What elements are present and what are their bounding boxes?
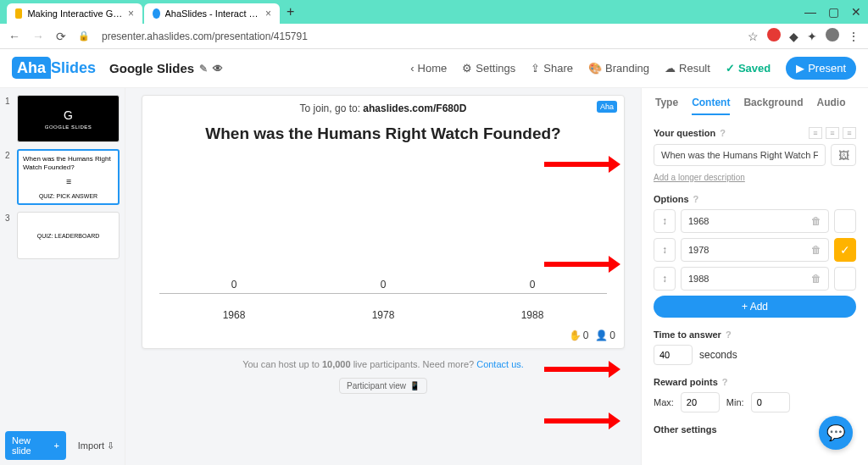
correct-toggle[interactable] bbox=[834, 267, 856, 291]
browser-tab-1[interactable]: Making Interactive Google Slides × bbox=[7, 3, 142, 24]
options-label: Options? bbox=[654, 194, 856, 204]
close-icon[interactable]: × bbox=[128, 8, 134, 19]
annotation-arrow bbox=[544, 256, 620, 273]
slide-thumbnail-3[interactable]: QUIZ: LEADERBOARD bbox=[17, 212, 120, 259]
slide-list: 1 G GOOGLE SLIDES 2 When was the Humans … bbox=[0, 88, 125, 465]
help-icon[interactable]: ? bbox=[720, 128, 726, 138]
align-right-icon[interactable]: ≡ bbox=[843, 127, 856, 139]
correct-toggle[interactable] bbox=[834, 209, 856, 233]
reward-label: Reward points? bbox=[654, 377, 856, 387]
browser-tab-2[interactable]: AhaSlides - Interact with your au × bbox=[144, 3, 280, 24]
help-icon[interactable]: ? bbox=[722, 377, 728, 387]
slide-thumbnail-2[interactable]: When was the Humans Right Watch Founded?… bbox=[17, 149, 120, 205]
lock-icon: 🔒 bbox=[78, 30, 90, 42]
eye-icon[interactable]: 👁 bbox=[213, 63, 223, 75]
raised-hands-count: ✋0 bbox=[569, 329, 589, 341]
drag-handle-icon[interactable]: ↕ bbox=[654, 238, 676, 262]
thumb-number: 3 bbox=[5, 212, 14, 259]
image-icon: 🖼 bbox=[838, 149, 849, 162]
new-slide-button[interactable]: New slide + bbox=[5, 431, 66, 460]
profile-avatar[interactable] bbox=[826, 28, 839, 44]
window-maximize-icon[interactable]: ▢ bbox=[828, 5, 839, 19]
trash-icon[interactable]: 🗑 bbox=[811, 273, 821, 285]
image-button[interactable]: 🖼 bbox=[831, 144, 856, 166]
add-option-button[interactable]: + Add bbox=[654, 296, 856, 318]
aha-favicon bbox=[153, 8, 160, 19]
option-row: ↕ 1978🗑 ✓ bbox=[654, 238, 856, 262]
option-input[interactable]: 1988🗑 bbox=[681, 267, 829, 291]
share-icon: ⇪ bbox=[531, 62, 540, 75]
window-close-icon[interactable]: ✕ bbox=[851, 5, 861, 19]
participant-count: 👤0 bbox=[595, 329, 615, 341]
star-icon[interactable]: ☆ bbox=[748, 30, 759, 43]
help-icon[interactable]: ? bbox=[693, 194, 699, 204]
chart-bar: 01968 bbox=[223, 297, 246, 321]
window-minimize-icon[interactable]: — bbox=[804, 5, 816, 19]
chart-bar: 01988 bbox=[521, 297, 544, 321]
nav-forward-icon[interactable]: → bbox=[32, 30, 44, 43]
option-row: ↕ 1968🗑 bbox=[654, 209, 856, 233]
thumb-number: 1 bbox=[5, 95, 14, 142]
close-icon[interactable]: × bbox=[265, 8, 271, 19]
tab-background[interactable]: Background bbox=[743, 97, 803, 115]
nav-branding[interactable]: 🎨 Branding bbox=[588, 62, 649, 75]
time-input[interactable] bbox=[654, 345, 693, 365]
extension-icon[interactable] bbox=[767, 28, 781, 44]
max-label: Max: bbox=[654, 397, 674, 407]
tab-audio[interactable]: Audio bbox=[816, 97, 845, 115]
min-label: Min: bbox=[726, 397, 744, 407]
align-center-icon[interactable]: ≡ bbox=[826, 127, 839, 139]
max-points-input[interactable] bbox=[681, 392, 720, 412]
branding-icon: 🎨 bbox=[588, 62, 602, 75]
thumb-number: 2 bbox=[5, 149, 14, 205]
present-button[interactable]: ▶ Present bbox=[786, 57, 856, 80]
chat-bubble-button[interactable]: 💬 bbox=[819, 416, 853, 450]
gear-icon: ⚙ bbox=[462, 62, 472, 75]
presentation-title[interactable]: Google Slides ✎ 👁 bbox=[109, 61, 223, 75]
menu-icon[interactable]: ⋮ bbox=[848, 30, 860, 43]
url-text[interactable]: presenter.ahaslides.com/presentation/415… bbox=[102, 30, 736, 42]
app-logo[interactable]: AhaSlides bbox=[12, 59, 96, 77]
os-titlebar: Making Interactive Google Slides × AhaSl… bbox=[0, 0, 868, 24]
saved-status: ✓ Saved bbox=[726, 62, 771, 75]
aha-mini-logo: Aha bbox=[597, 101, 617, 113]
option-row: ↕ 1988🗑 bbox=[654, 267, 856, 291]
list-icon: ☰ bbox=[23, 179, 114, 185]
participant-view-button[interactable]: Participant view 📱 bbox=[339, 378, 427, 394]
nav-result[interactable]: ☁ Result bbox=[665, 62, 710, 75]
drag-handle-icon[interactable]: ↕ bbox=[654, 267, 676, 291]
time-label: Time to answer? bbox=[654, 329, 856, 340]
chart-bar: 01978 bbox=[372, 297, 395, 321]
slides-favicon bbox=[15, 8, 22, 19]
question-input[interactable] bbox=[654, 144, 826, 166]
add-description-link[interactable]: Add a longer description bbox=[654, 173, 745, 182]
slide-preview[interactable]: To join, go to: ahaslides.com/F680D Aha … bbox=[142, 95, 625, 349]
slide-thumbnail-1[interactable]: G GOOGLE SLIDES bbox=[17, 95, 120, 142]
drag-handle-icon[interactable]: ↕ bbox=[654, 209, 676, 233]
nav-back-icon[interactable]: ← bbox=[8, 30, 20, 43]
nav-home[interactable]: ‹ Home bbox=[410, 62, 447, 75]
extensions-puzzle-icon[interactable]: ✦ bbox=[807, 30, 817, 43]
annotation-arrow bbox=[544, 156, 620, 173]
new-tab-button[interactable]: + bbox=[287, 4, 294, 19]
contact-link[interactable]: Contact us. bbox=[476, 359, 524, 369]
tab-content[interactable]: Content bbox=[692, 97, 730, 115]
min-points-input[interactable] bbox=[751, 392, 790, 412]
option-input[interactable]: 1968🗑 bbox=[681, 209, 829, 233]
nav-settings[interactable]: ⚙ Settings bbox=[462, 62, 515, 75]
trash-icon[interactable]: 🗑 bbox=[811, 244, 821, 256]
annotation-arrow bbox=[544, 412, 620, 429]
option-input[interactable]: 1978🗑 bbox=[681, 238, 829, 262]
tab-type[interactable]: Type bbox=[655, 97, 678, 115]
edit-icon[interactable]: ✎ bbox=[199, 63, 208, 75]
browser-tab-label: Making Interactive Google Slides bbox=[27, 8, 123, 19]
import-button[interactable]: Import ⇩ bbox=[73, 431, 120, 460]
extension-icon[interactable]: ◆ bbox=[789, 30, 798, 43]
help-icon[interactable]: ? bbox=[726, 329, 732, 340]
align-left-icon[interactable]: ≡ bbox=[809, 127, 822, 139]
correct-toggle[interactable]: ✓ bbox=[834, 238, 856, 262]
nav-reload-icon[interactable]: ⟳ bbox=[56, 30, 66, 43]
plus-icon: + bbox=[742, 301, 748, 313]
trash-icon[interactable]: 🗑 bbox=[811, 215, 821, 227]
nav-share[interactable]: ⇪ Share bbox=[531, 62, 573, 75]
